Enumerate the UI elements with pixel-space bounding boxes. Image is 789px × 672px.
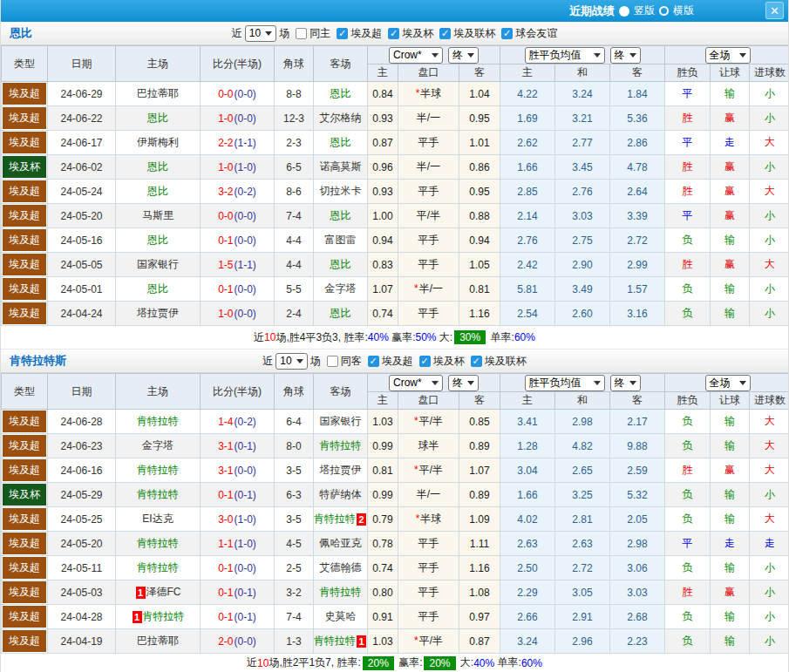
wdl-odds-cell: 3.04 [500,458,555,483]
wdl-odds-cell: 2.90 [555,253,610,277]
match-row: 埃及超24-06-17伊斯梅利2-2(1-1)2-3恩比0.87平手1.012.… [2,131,789,155]
league-cell: 埃及超 [2,228,48,253]
result-cell: 小 [750,204,789,228]
summary-segment: 单率: [487,330,514,345]
match-row: 埃及超24-05-031泽德FC0-1(0-1)3-2肯特拉特0.80平手1.0… [2,580,789,605]
chevron-down-icon [467,381,474,385]
chevron-down-icon [629,53,636,58]
league-checkbox[interactable]: ✓ [388,28,399,39]
match-row: 埃及超24-05-25EI达克3-0(1-0)3-5肯特拉特20.79*半球1.… [2,507,789,532]
team-name: 金字塔 [142,439,173,451]
filter-bar: 近10场同客✓埃及超✓埃及杯✓埃及联杯 [262,353,526,370]
away-odds-cell: 0.87 [459,629,500,654]
scope-select[interactable]: 全场 [705,47,751,64]
odds-stage-select[interactable]: 终 [448,47,479,64]
chevron-down-icon [739,381,746,385]
match-count-select-value: 10 [280,355,291,367]
landscape-radio[interactable] [659,6,669,16]
score-cell: 3-1(0-1) [201,434,275,458]
away-odds-cell: 0.89 [459,483,500,507]
result-cell: 小 [750,629,789,654]
summary-bar: 近10场,胜2平1负7, 胜率:20% 赢率:20% 大:40% 单率:60% [1,654,788,672]
near-label: 近 [232,26,242,41]
result-cell: 输 [711,483,750,507]
league-checkbox[interactable]: ✓ [471,356,482,367]
column-header: 比分(半场) [201,374,275,410]
team-name: 肯特拉特 [314,635,356,647]
wdl-odds-cell: 2.91 [555,605,610,629]
home-odds-cell: 1.03 [368,629,398,654]
wdl-source-select[interactable]: 胜平负均值 [525,47,605,64]
away-odds-cell: 1.01 [459,131,500,155]
league-checkbox[interactable]: ✓ [439,28,451,39]
team-name: 肯特拉特 [143,610,185,622]
result-cell: 输 [711,507,750,532]
result-cell: 赢 [711,253,750,277]
team-name: 塔拉贾伊 [137,307,179,319]
result-cell: 小 [750,556,789,580]
match-count-select[interactable]: 10 [245,25,276,42]
match-row: 埃及超24-05-11肯特拉特0-1(0-0)2-5艾德翰德0.74平手1.16… [2,556,789,580]
league-cell: 埃及超 [2,580,48,605]
match-count-select[interactable]: 10 [275,353,307,370]
league-cell: 埃及超 [2,253,48,277]
league-checkbox[interactable]: ✓ [419,356,431,367]
result-cell: 胜 [665,155,711,180]
same-venue-checkbox[interactable] [327,356,338,367]
scope-select[interactable]: 全场 [705,375,751,391]
result-cell: 输 [711,629,750,654]
wdl-odds-cell: 2.76 [500,228,555,253]
league-badge: 埃及超 [3,278,46,300]
league-label: 埃及杯 [433,354,465,369]
chevron-down-icon [432,381,439,385]
wdl-source-select[interactable]: 胜平负均值 [525,375,605,391]
column-header: 类型 [2,374,48,410]
odds-header-group: Crow*终 [368,374,500,392]
wdl-odds-cell: 2.50 [500,556,555,580]
result-cell: 平 [665,532,711,556]
date-cell: 24-06-17 [48,131,116,155]
date-cell: 24-04-24 [48,302,116,326]
home-team-cell: 恩比 [116,155,201,180]
wdl-stage-select[interactable]: 终 [610,375,641,391]
home-team-cell: 巴拉蒂耶 [116,629,201,654]
column-header: 比分(半场) [201,46,275,82]
date-cell: 24-05-20 [48,532,116,556]
team-name: 肯特拉特 [320,439,362,451]
league-cell: 埃及超 [2,204,48,228]
result-cell: 负 [665,277,711,302]
sub-column-header: 盘口 [398,392,459,410]
home-odds-cell: 0.91 [368,605,398,629]
date-cell: 24-06-23 [48,434,116,458]
result-cell: 走 [711,532,750,556]
odds-stage-select-value: 终 [452,48,463,63]
score-cell: 0-1(0-0) [201,228,275,253]
away-odds-cell: 1.07 [459,458,500,483]
away-odds-cell: 0.88 [459,204,500,228]
column-header: 类型 [2,46,48,82]
odds-company-select[interactable]: Crow* [389,375,443,391]
home-team-cell: 恩比 [116,180,201,204]
recent-results-window: 近期战绩 竖版 横版 ✕ 恩比 近10场同主✓埃及超✓埃及杯✓埃及联杯✓球会友谊… [0,0,789,672]
same-venue-checkbox[interactable] [296,28,307,39]
league-checkbox[interactable]: ✓ [501,28,513,39]
odds-stage-select[interactable]: 终 [448,375,479,391]
portrait-radio[interactable] [619,6,629,17]
date-cell: 24-05-11 [48,556,116,580]
close-button[interactable]: ✕ [765,2,784,19]
column-header: 日期 [48,46,116,82]
handicap-cell: 半/一 [398,155,459,180]
sub-column-header: 胜负 [665,392,711,410]
team-name: 恩比 [147,112,168,124]
summary-segment: 60% [514,331,535,343]
team-name: 恩比 [147,282,168,295]
result-cell: 小 [750,483,789,507]
league-checkbox[interactable]: ✓ [337,28,348,39]
match-row: 埃及超24-04-19巴拉蒂耶2-0(0-0)1-3肯特拉特11.03*平/半0… [2,629,789,654]
away-team-cell: 特萨纳体 [314,483,368,507]
team-name: 艾尔格纳 [320,112,362,124]
date-cell: 24-05-05 [48,253,116,277]
wdl-stage-select[interactable]: 终 [610,47,641,64]
league-checkbox[interactable]: ✓ [368,356,379,367]
odds-company-select[interactable]: Crow* [389,47,443,64]
